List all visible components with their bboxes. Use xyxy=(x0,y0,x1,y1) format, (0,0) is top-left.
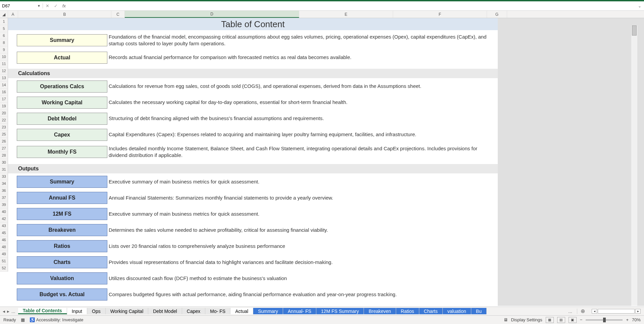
row-header[interactable]: 10 xyxy=(0,53,8,60)
sheet-tab-charts[interactable]: Charts xyxy=(419,308,443,314)
toc-button-summary[interactable]: Summary xyxy=(17,176,107,188)
toc-button-ratios[interactable]: Ratios xyxy=(17,240,107,252)
row-header[interactable]: 5 xyxy=(0,25,8,32)
row-header[interactable]: 40 xyxy=(0,208,8,215)
row-header[interactable]: 34 xyxy=(0,180,8,187)
col-header-d[interactable]: D xyxy=(125,11,299,18)
sheet-tab-breakeven[interactable]: Breakeven xyxy=(364,308,396,314)
toc-button-budget-vs-actual[interactable]: Budget vs. Actual xyxy=(17,288,107,301)
row-header[interactable]: 27 xyxy=(0,145,8,152)
tab-nav[interactable]: ◂ ▸ ... xyxy=(0,309,18,314)
toc-button-capex[interactable]: Capex xyxy=(17,129,107,141)
sheet-tab-summary[interactable]: Summary xyxy=(253,308,283,314)
col-header-e[interactable]: E xyxy=(299,11,393,18)
col-header-a[interactable]: A xyxy=(8,11,18,18)
row-header[interactable]: 17 xyxy=(0,96,8,103)
zoom-slider[interactable] xyxy=(586,319,623,321)
row-header[interactable]: 16 xyxy=(0,89,8,96)
formula-expand-icon[interactable]: ⌄ xyxy=(635,4,644,8)
sheet-tab-valuation[interactable]: valuation xyxy=(443,308,471,314)
tab-nav-prev-icon[interactable]: ▸ xyxy=(7,309,9,314)
toc-button-annual-fs[interactable]: Annual FS xyxy=(17,192,107,204)
sheet-tab-mo-fs[interactable]: Mo- FS xyxy=(205,308,230,314)
toc-button-working-capital[interactable]: Working Capital xyxy=(17,97,107,109)
display-settings-icon[interactable]: 🖥 xyxy=(503,317,508,322)
name-box-dropdown-icon[interactable]: ▼ xyxy=(36,4,41,8)
horizontal-scroll-mini[interactable]: ◂ ▸ xyxy=(588,309,644,314)
toc-button-monthly-fs[interactable]: Monthly FS xyxy=(17,146,107,158)
accessibility-icon[interactable]: ♿ xyxy=(30,317,35,322)
zoom-thumb[interactable] xyxy=(603,318,606,322)
sheet-tab-actual[interactable]: Actual xyxy=(230,308,253,314)
row-header[interactable]: 51 xyxy=(0,258,8,265)
hscroll-track[interactable] xyxy=(598,309,635,314)
sheet-tab-ratios[interactable]: Ratios xyxy=(396,308,419,314)
fx-icon[interactable]: fx xyxy=(62,3,66,8)
row-header[interactable]: 25 xyxy=(0,131,8,138)
row-header[interactable]: 9 xyxy=(0,46,8,53)
zoom-in-button[interactable]: + xyxy=(626,317,629,322)
toc-button-operations-calcs[interactable]: Operations Calcs xyxy=(17,80,107,93)
toc-button-breakeven[interactable]: Breakeven xyxy=(17,224,107,236)
tab-nav-first-icon[interactable]: ◂ xyxy=(3,309,5,314)
toc-button-debt-model[interactable]: Debt Model xyxy=(17,113,107,125)
name-box[interactable]: ▼ xyxy=(0,3,43,8)
row-header[interactable]: 33 xyxy=(0,173,8,180)
status-display-settings[interactable]: Display Settings xyxy=(511,317,542,322)
row-header[interactable]: 20 xyxy=(0,110,8,117)
row-header[interactable]: 46 xyxy=(0,236,8,244)
hscroll-right-icon[interactable]: ▸ xyxy=(635,309,641,314)
vertical-scrollbar[interactable] xyxy=(631,25,637,306)
row-header[interactable]: 52 xyxy=(0,265,8,272)
sheet-tab-working-capital[interactable]: Working Capital xyxy=(106,308,149,314)
row-header[interactable]: 12 xyxy=(0,67,8,74)
col-header-b[interactable]: B xyxy=(18,11,111,18)
row-header[interactable]: 22 xyxy=(0,117,8,124)
row-header[interactable]: 13 xyxy=(0,74,8,82)
toc-button-12m-fs[interactable]: 12M FS xyxy=(17,208,107,220)
toc-button-summary[interactable]: Summary xyxy=(17,34,107,46)
row-header[interactable]: 1 xyxy=(0,18,8,25)
add-sheet-button[interactable]: ⊕ xyxy=(577,308,588,314)
sheet-tab-table-of-contents[interactable]: Table of Contents xyxy=(18,308,67,314)
sheet-tab-bu[interactable]: Bu xyxy=(471,308,487,314)
col-header-f[interactable]: F xyxy=(393,11,487,18)
row-header[interactable]: 36 xyxy=(0,187,8,194)
col-header-c[interactable]: C xyxy=(111,11,125,18)
tab-overflow[interactable]: ... xyxy=(564,309,577,314)
row-header[interactable]: 37 xyxy=(0,194,8,201)
row-header[interactable]: 48 xyxy=(0,244,8,251)
row-header[interactable]: 31 xyxy=(0,166,8,173)
row-header[interactable]: 49 xyxy=(0,251,8,258)
name-box-input[interactable] xyxy=(2,3,36,8)
zoom-out-button[interactable]: − xyxy=(580,317,583,322)
row-header[interactable]: 39 xyxy=(0,201,8,208)
row-header[interactable]: 26 xyxy=(0,138,8,145)
column-headers[interactable]: ◢ A B C D E F G xyxy=(0,11,644,18)
tab-nav-ellipsis[interactable]: ... xyxy=(11,309,15,314)
zoom-level[interactable]: 70% xyxy=(632,317,641,322)
row-header[interactable]: 28 xyxy=(0,152,8,159)
select-all-cell[interactable]: ◢ xyxy=(0,11,8,18)
row-header[interactable]: 14 xyxy=(0,82,8,89)
hscroll-left-icon[interactable]: ◂ xyxy=(592,309,597,314)
row-header[interactable]: 45 xyxy=(0,229,8,236)
row-header[interactable]: 6 xyxy=(0,32,8,39)
row-headers[interactable]: 1568910111213141617192022232526272830313… xyxy=(0,18,8,272)
view-page-break-button[interactable]: ▣ xyxy=(569,317,577,323)
toc-button-valuation[interactable]: Valuation xyxy=(17,272,107,284)
sheet-tab-capex[interactable]: Capex xyxy=(182,308,205,314)
toc-button-actual[interactable]: Actual xyxy=(17,52,107,64)
sheet-tab-input[interactable]: Input xyxy=(67,308,87,314)
row-header[interactable]: 19 xyxy=(0,103,8,110)
row-header[interactable]: 30 xyxy=(0,159,8,166)
row-header[interactable]: 8 xyxy=(0,39,8,46)
view-page-layout-button[interactable]: ▤ xyxy=(557,317,565,323)
sheet-tab-ops[interactable]: Ops xyxy=(87,308,106,314)
row-header[interactable]: 42 xyxy=(0,215,8,222)
vertical-scroll-thumb[interactable] xyxy=(632,25,637,36)
formula-input[interactable] xyxy=(68,3,635,8)
view-normal-button[interactable]: ▦ xyxy=(546,317,554,323)
row-header[interactable]: 43 xyxy=(0,222,8,229)
col-header-g[interactable]: G xyxy=(487,11,507,18)
